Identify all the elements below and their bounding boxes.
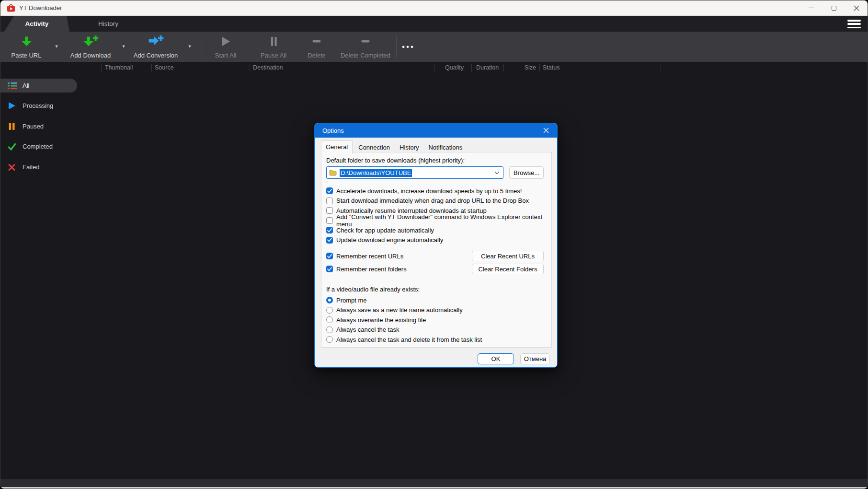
failed-icon <box>8 163 17 171</box>
column-quality[interactable]: Quality <box>445 62 464 73</box>
tab-activity-label: Activity <box>25 20 49 27</box>
general-checkbox-group: Accelerate downloads, increase download … <box>326 186 547 245</box>
radio-cancel-task[interactable]: Always cancel the task <box>326 325 547 335</box>
column-status[interactable]: Status <box>543 62 560 73</box>
tab-dialog-history[interactable]: History <box>396 142 423 153</box>
file-exists-radio-group: Prompt me Always save as a new file name… <box>326 295 547 345</box>
checkbox-box[interactable] <box>326 187 333 194</box>
app-icon <box>6 3 16 13</box>
column-thumbnail[interactable]: Thumbnail <box>105 62 133 73</box>
close-button[interactable] <box>845 0 868 16</box>
combo-chevron-icon[interactable] <box>494 171 500 175</box>
start-all-button[interactable]: Start All <box>207 35 244 59</box>
tab-history[interactable]: History <box>69 16 147 32</box>
menu-button[interactable] <box>847 20 861 28</box>
add-download-dropdown[interactable]: ▾ <box>118 43 129 49</box>
add-conversion-button[interactable]: Add Conversion <box>130 35 182 59</box>
cancel-button[interactable]: Отмена <box>520 353 550 364</box>
sidebar-item-failed[interactable]: Failed <box>0 160 77 174</box>
checkbox-box[interactable] <box>326 237 333 244</box>
checkbox-label: Check for app update automatically <box>336 227 434 234</box>
radio-button[interactable] <box>326 326 333 333</box>
dialog-tabs: General Connection History Notifications <box>321 140 468 153</box>
checkbox-label: Start download immediately when drag and… <box>336 197 529 204</box>
remember-recent-folders-checkbox[interactable] <box>326 266 333 272</box>
radio-button[interactable] <box>326 297 333 303</box>
tab-history-label: History <box>98 20 118 27</box>
paused-icon <box>8 123 17 130</box>
radio-save-new-name[interactable]: Always save as a new file name automatic… <box>326 305 547 315</box>
completed-icon <box>8 143 17 151</box>
checkbox-start-immediately[interactable]: Start download immediately when drag and… <box>326 196 547 206</box>
window-title: YT Downloader <box>19 4 62 12</box>
checkbox-box[interactable] <box>326 198 333 204</box>
delete-completed-button[interactable]: Delete Completed <box>339 35 392 59</box>
checkbox-label: Accelerate downloads, increase download … <box>336 187 522 195</box>
minimize-button[interactable] <box>800 0 822 16</box>
radio-button[interactable] <box>326 307 333 314</box>
maximize-button[interactable] <box>822 0 845 16</box>
column-duration[interactable]: Duration <box>476 62 499 73</box>
checkbox-accelerate-downloads[interactable]: Accelerate downloads, increase download … <box>326 186 547 196</box>
checkbox-update-engine[interactable]: Update download engine automatically <box>326 235 547 245</box>
window-titlebar: YT Downloader <box>0 0 868 16</box>
ok-button[interactable]: OK <box>478 353 514 364</box>
radio-button[interactable] <box>326 336 333 343</box>
checkbox-box[interactable] <box>326 207 333 214</box>
status-bar <box>0 479 868 487</box>
clear-recent-urls-button[interactable]: Clear Recent URLs <box>472 251 544 261</box>
column-source[interactable]: Source <box>155 62 174 73</box>
add-conversion-icon <box>148 35 164 48</box>
dialog-close-icon <box>543 128 549 133</box>
window-bottom-edge <box>0 487 868 489</box>
radio-label: Always cancel the task and delete it fro… <box>336 336 482 343</box>
sidebar-item-paused[interactable]: Paused <box>0 119 77 133</box>
add-conversion-dropdown[interactable]: ▾ <box>184 43 195 49</box>
delete-completed-icon <box>360 35 371 48</box>
sidebar-item-completed[interactable]: Completed <box>0 140 77 153</box>
sidebar-item-all[interactable]: All <box>0 79 77 93</box>
toolbar: Paste URL ▾ Add Download ▾ Add Conversio… <box>0 32 868 62</box>
column-size[interactable]: Size <box>499 62 536 73</box>
browse-button[interactable]: Browse... <box>509 166 544 179</box>
folder-combobox[interactable]: D:\Downloads\YOUTUBE <box>326 166 503 179</box>
close-icon <box>854 5 859 11</box>
checkbox-label: Remember recent folders <box>336 266 407 273</box>
sidebar-item-label: Paused <box>23 123 44 130</box>
remember-recent-urls-checkbox[interactable] <box>326 253 333 259</box>
radio-label: Always cancel the task <box>336 326 400 333</box>
paste-url-button[interactable]: Paste URL <box>5 35 47 59</box>
options-dialog: Options General Connection History Notif… <box>314 123 558 368</box>
folder-label: Default folder to save downloads (highes… <box>326 157 547 164</box>
more-actions-button[interactable]: ••• <box>402 38 415 56</box>
yt-downloader-window: YT Downloader Activity History Paste URL… <box>0 0 868 489</box>
folder-icon <box>329 170 337 176</box>
maximize-icon <box>832 6 836 11</box>
add-download-button[interactable]: Add Download <box>66 35 115 59</box>
pause-all-button[interactable]: Pause All <box>255 35 292 59</box>
dialog-close-button[interactable] <box>539 125 553 136</box>
radio-label: Always overwrite the existing file <box>336 316 426 324</box>
general-tab-page: Default folder to save downloads (highes… <box>321 152 552 348</box>
column-destination[interactable]: Destination <box>253 62 283 73</box>
checkbox-context-menu[interactable]: Add "Convert with YT Downloader" command… <box>326 216 547 226</box>
checkbox-label: Add "Convert with YT Downloader" command… <box>336 213 547 228</box>
radio-prompt-me[interactable]: Prompt me <box>326 295 547 305</box>
remember-recent-urls-row: Remember recent URLs Clear Recent URLs <box>326 251 547 261</box>
paste-url-dropdown[interactable]: ▾ <box>51 43 62 49</box>
tab-notifications[interactable]: Notifications <box>424 142 466 153</box>
delete-button[interactable]: Delete <box>300 35 333 59</box>
radio-overwrite[interactable]: Always overwrite the existing file <box>326 315 547 325</box>
radio-cancel-and-delete[interactable]: Always cancel the task and delete it fro… <box>326 335 547 345</box>
radio-button[interactable] <box>326 316 333 323</box>
sidebar-item-processing[interactable]: Processing <box>0 99 77 113</box>
checkbox-box[interactable] <box>326 227 333 233</box>
checkbox-box[interactable] <box>326 217 333 224</box>
tab-connection[interactable]: Connection <box>354 142 394 153</box>
clear-recent-folders-button[interactable]: Clear Recent Folders <box>472 264 544 274</box>
filter-all-icon <box>8 82 17 90</box>
tab-activity[interactable]: Activity <box>4 16 69 32</box>
list-header: Thumbnail Source Destination Quality Dur… <box>0 62 868 73</box>
tab-general[interactable]: General <box>321 140 353 154</box>
remember-recent-folders-row: Remember recent folders Clear Recent Fol… <box>326 264 547 274</box>
